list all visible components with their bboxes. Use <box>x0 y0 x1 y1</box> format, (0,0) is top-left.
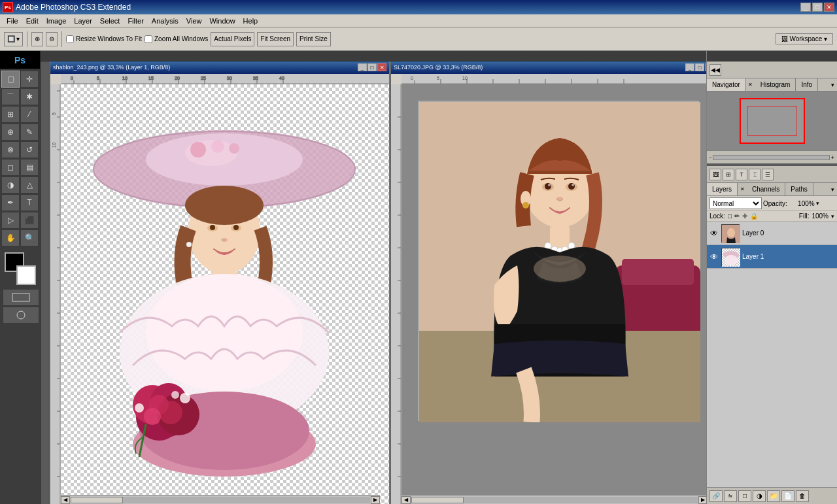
right-h-scrollbar[interactable]: ◀ ▶ <box>401 495 706 504</box>
maximize-button[interactable]: □ <box>812 3 823 12</box>
left-doc-close[interactable]: ✕ <box>377 63 386 71</box>
selection-tool[interactable]: ▢ <box>1 71 20 88</box>
new-adjustment-button[interactable]: ◑ <box>753 490 766 502</box>
blend-mode-select[interactable]: Normal Multiply Screen <box>709 197 762 209</box>
scroll-left-button[interactable]: ◀ <box>61 496 70 504</box>
layer-1-visibility[interactable]: 👁 <box>708 251 720 263</box>
zoom-in-button[interactable]: ⊕ <box>31 32 43 46</box>
shape-tool[interactable]: ⬛ <box>20 212 39 229</box>
path-select[interactable]: ▷ <box>1 212 20 229</box>
hand-tool[interactable]: ✋ <box>1 229 20 246</box>
lock-all-icon[interactable]: 🔒 <box>750 212 758 220</box>
close-button[interactable]: ✕ <box>824 3 834 12</box>
menu-view[interactable]: View <box>182 16 206 26</box>
pen-tool[interactable]: ✒ <box>1 194 20 211</box>
title-bar-controls[interactable]: _ □ ✕ <box>800 3 834 12</box>
layers-panel-icon2[interactable]: ⊞ <box>723 169 734 180</box>
quick-mask[interactable] <box>3 307 39 324</box>
menu-select[interactable]: Select <box>96 16 124 26</box>
scroll-right-button[interactable]: ▶ <box>371 496 380 504</box>
tab-info[interactable]: Info <box>796 78 818 91</box>
tab-navigator[interactable]: Navigator <box>707 78 746 91</box>
navigator-tab-close[interactable]: ✕ <box>746 78 755 91</box>
menu-edit[interactable]: Edit <box>22 16 43 26</box>
eraser-tool[interactable]: ◻ <box>1 159 20 176</box>
tab-paths[interactable]: Paths <box>785 183 813 195</box>
tab-histogram[interactable]: Histogram <box>755 78 796 91</box>
tab-channels[interactable]: Channels <box>747 183 785 195</box>
resize-windows-checkbox[interactable] <box>66 35 74 43</box>
fit-screen-button[interactable]: Fit Screen <box>257 32 294 46</box>
layer-item-0[interactable]: 👁 Layer 0 <box>707 222 837 245</box>
lasso-tool[interactable]: 🔲 ▾ <box>4 32 23 46</box>
quick-select-tool[interactable]: ✱ <box>20 88 39 105</box>
lasso-tool-icon[interactable]: ⌒ <box>1 88 20 105</box>
tab-layers[interactable]: Layers <box>707 183 738 195</box>
dodge-tool[interactable]: ◑ <box>1 176 20 193</box>
layer-styles-button[interactable]: fx <box>724 490 737 502</box>
right-scroll-left-button[interactable]: ◀ <box>401 496 411 504</box>
new-group-button[interactable]: 📁 <box>767 490 780 502</box>
right-doc-controls[interactable]: _ □ ✕ <box>685 63 706 71</box>
opacity-arrow[interactable]: ▾ <box>816 200 819 207</box>
background-color[interactable] <box>16 265 36 285</box>
menu-analysis[interactable]: Analysis <box>148 16 182 26</box>
clone-tool[interactable]: ⊗ <box>1 141 20 158</box>
add-mask-button[interactable]: □ <box>738 490 751 502</box>
link-layers-button[interactable]: 🔗 <box>709 490 723 502</box>
minimize-button[interactable]: _ <box>800 3 811 12</box>
right-doc-close[interactable]: ✕ <box>705 63 706 71</box>
layers-panel-icon1[interactable]: 🖼 <box>709 169 721 180</box>
panel-menu-button[interactable]: ▾ <box>828 82 837 88</box>
fill-arrow[interactable]: ▾ <box>831 213 834 220</box>
left-h-scrollbar[interactable]: ◀ ▶ <box>61 495 380 504</box>
layers-panel-icon3[interactable]: T <box>736 169 747 180</box>
fg-bg-colors[interactable] <box>2 252 39 285</box>
lock-position-icon[interactable]: ✛ <box>742 212 747 220</box>
menu-window[interactable]: Window <box>205 16 239 26</box>
lock-image-icon[interactable]: ✏ <box>734 212 740 220</box>
menu-help[interactable]: Help <box>239 16 262 26</box>
standard-mode[interactable] <box>3 289 39 306</box>
move-tool[interactable]: ✛ <box>20 71 39 88</box>
heal-tool[interactable]: ⊕ <box>1 124 20 141</box>
history-brush[interactable]: ↺ <box>20 141 39 158</box>
scroll-thumb[interactable] <box>71 497 123 503</box>
layers-panel-icon5[interactable]: ☰ <box>762 169 774 180</box>
lock-transparent-icon[interactable]: □ <box>728 212 732 220</box>
crop-tool[interactable]: ⊞ <box>1 106 20 123</box>
delete-layer-button[interactable]: 🗑 <box>796 490 809 502</box>
sharpen-tool[interactable]: △ <box>20 176 39 193</box>
menu-file[interactable]: File <box>3 16 22 26</box>
zoom-tool[interactable]: 🔍 <box>20 229 39 246</box>
print-size-button[interactable]: Print Size <box>296 32 331 46</box>
zoom-all-checkbox[interactable] <box>145 35 152 43</box>
right-scroll-thumb[interactable] <box>411 497 464 503</box>
menu-layer[interactable]: Layer <box>70 16 96 26</box>
new-layer-button[interactable]: 📄 <box>781 490 794 502</box>
gradient-tool[interactable]: ▤ <box>20 159 39 176</box>
layers-tab-close[interactable]: ✕ <box>738 183 747 195</box>
zoom-slider[interactable] <box>713 155 830 160</box>
layers-menu-button[interactable]: ▾ <box>828 186 837 193</box>
text-tool[interactable]: T <box>20 194 39 211</box>
menu-image[interactable]: Image <box>43 16 71 26</box>
brush-tool[interactable]: ✎ <box>20 124 39 141</box>
panel-collapse-button[interactable]: ◀◀ <box>709 64 721 76</box>
menu-filter[interactable]: Filter <box>124 16 147 26</box>
layer-item-1[interactable]: 👁 Layer 1 <box>707 245 837 269</box>
layers-panel-icon4[interactable]: ⌶ <box>749 169 760 180</box>
workspace-button[interactable]: 🖼 Workspace ▾ <box>776 33 833 44</box>
zoom-all-label[interactable]: Zoom All Windows <box>145 35 208 43</box>
left-doc-minimize[interactable]: _ <box>358 63 367 71</box>
zoom-out-button[interactable]: ⊖ <box>46 32 58 46</box>
actual-pixels-button[interactable]: Actual Pixels <box>211 32 254 46</box>
right-doc-minimize[interactable]: _ <box>685 63 694 71</box>
right-scroll-right-button[interactable]: ▶ <box>698 496 706 504</box>
resize-windows-label[interactable]: Resize Windows To Fit <box>66 35 142 43</box>
left-doc-controls[interactable]: _ □ ✕ <box>358 63 386 71</box>
left-doc-maximize[interactable]: □ <box>367 63 377 71</box>
layer-0-visibility[interactable]: 👁 <box>708 227 720 239</box>
right-doc-maximize[interactable]: □ <box>695 63 704 71</box>
slice-tool[interactable]: ∕ <box>20 106 39 123</box>
